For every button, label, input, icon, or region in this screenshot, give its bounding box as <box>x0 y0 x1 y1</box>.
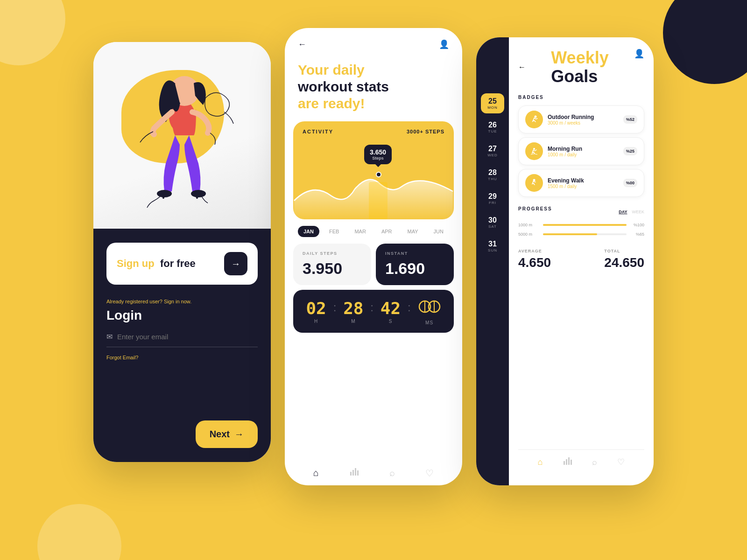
forgot-email-link[interactable]: Forgot Email? <box>106 355 258 360</box>
progress-bar-2-fill <box>543 233 597 235</box>
badge-outdoor-pct: %52 <box>623 115 637 124</box>
svg-rect-6 <box>369 182 388 219</box>
timer-m-value: 28 <box>343 299 363 318</box>
phone3-nav-home-icon[interactable]: ⌂ <box>538 457 543 467</box>
phones-wrapper: Sign up for free → Already registered us… <box>0 0 747 485</box>
phone3-inner: 25 MON 26 TUE 27 WED 28 THU 29 FRI <box>476 37 654 485</box>
phone3-nav-search-icon[interactable]: ⌕ <box>592 457 597 467</box>
month-tab-may[interactable]: MAY <box>402 226 424 237</box>
next-button[interactable]: Next → <box>196 420 258 448</box>
month-tab-apr[interactable]: APR <box>376 226 398 237</box>
activity-chart-card: ACTIVITY 3000+ STEPS 3.650 Steps <box>293 121 454 219</box>
timer-divider-2: : <box>370 301 374 314</box>
daily-steps-value: 3.950 <box>303 259 362 278</box>
goals-back-icon[interactable]: ← <box>518 63 526 71</box>
svg-rect-12 <box>352 470 354 476</box>
summary-stats: AVERAGE 4.650 TOTAL 24.650 <box>518 249 644 270</box>
badge-morning-pct: %25 <box>623 147 637 155</box>
month-tab-jun[interactable]: JUN <box>428 226 449 237</box>
email-input[interactable] <box>117 333 258 341</box>
summary-total: TOTAL 24.650 <box>604 249 644 270</box>
timer-s-value: 42 <box>381 299 401 318</box>
day-toggle[interactable]: DAY <box>619 210 627 214</box>
phone2-header: ← 👤 <box>285 28 462 54</box>
calendar-day-25[interactable]: 25 MON <box>481 93 504 113</box>
phone2-bottom-nav: ⌂ ⌕ ♡ <box>285 461 462 485</box>
tooltip-unit: Steps <box>370 156 386 161</box>
ms-icon <box>418 297 441 316</box>
svg-rect-11 <box>350 472 352 476</box>
calendar-day-26[interactable]: 26 TUE <box>481 117 504 137</box>
calendar-day-27[interactable]: 27 WED <box>481 141 504 161</box>
phone2-nav-search-icon[interactable]: ⌕ <box>389 468 395 478</box>
goals-title-yellow: Weekly <box>551 48 608 67</box>
svg-rect-4 <box>162 194 164 199</box>
timer-ms-label: MS <box>418 320 441 325</box>
badge-outdoor-name: Outdoor Running <box>548 114 619 120</box>
badge-outdoor: Outdoor Running 3000 m / weeks %52 <box>518 105 644 133</box>
timer-m-label: M <box>343 319 363 324</box>
badge-evening-info: Evening Walk 1500 m / daily <box>548 177 619 189</box>
month-tabs: JAN FEB MAR APR MAY JUN <box>285 219 462 244</box>
goals-title: Weekly Goals <box>551 49 608 85</box>
instant-label: INSTANT <box>385 251 444 256</box>
cal-num-25: 25 <box>488 97 497 105</box>
cal-label-sun: SUN <box>488 248 497 252</box>
phone2-nav-heart-icon[interactable]: ♡ <box>425 468 434 479</box>
progress-bar-1: 1000 m %100 <box>518 223 644 227</box>
phone2-back-button[interactable]: ← <box>298 40 306 49</box>
calendar-day-28[interactable]: 28 THU <box>481 165 504 185</box>
goals-profile-icon[interactable]: 👤 <box>634 49 644 59</box>
calendar-day-31[interactable]: 31 SUN <box>481 236 504 256</box>
svg-rect-19 <box>566 459 567 465</box>
phone2-nav-home-icon[interactable]: ⌂ <box>313 468 319 478</box>
badge-outdoor-info: Outdoor Running 3000 m / weeks <box>548 114 619 126</box>
signup-section: Sign up for free → <box>106 243 258 285</box>
svg-point-17 <box>533 179 536 182</box>
phone2-profile-icon[interactable]: 👤 <box>439 39 449 49</box>
signup-yellow-text: Sign up <box>117 258 155 269</box>
goals-title-dark: Goals <box>551 67 598 86</box>
timer-s-label: S <box>381 319 401 324</box>
badges-section-title: BADGES <box>518 95 644 100</box>
phone3-nav-heart-icon[interactable]: ♡ <box>617 457 625 467</box>
month-tab-mar[interactable]: MAR <box>349 226 371 237</box>
workout-title-block: Your daily workout stats are ready! <box>285 54 462 121</box>
instant-value: 1.690 <box>385 259 444 278</box>
badge-outdoor-icon <box>525 111 543 128</box>
month-tab-feb[interactable]: FEB <box>324 226 345 237</box>
progress-bar-2: 5000 m %65 <box>518 232 644 237</box>
email-icon: ✉ <box>106 332 113 341</box>
bg-decoration-bottom-left <box>37 504 121 560</box>
progress-bar-1-track <box>543 224 627 226</box>
calendar-day-30[interactable]: 30 SAT <box>481 212 504 232</box>
email-input-row[interactable]: ✉ <box>106 332 258 347</box>
cal-num-30: 30 <box>488 216 497 224</box>
timer-h-value: 02 <box>306 299 326 318</box>
workout-title-dark-1: workout stats <box>298 79 389 94</box>
total-label: TOTAL <box>604 249 644 253</box>
week-toggle[interactable]: WEEK <box>632 210 644 214</box>
badge-morning-icon <box>525 142 543 160</box>
phone2-nav-chart-icon[interactable] <box>349 467 359 479</box>
phone3-nav-chart-icon[interactable] <box>563 456 572 468</box>
timer-ms-value <box>418 297 441 319</box>
cal-label-fri: FRI <box>489 201 496 205</box>
badge-evening: Evening Walk 1500 m / daily %00 <box>518 169 644 197</box>
timer-seconds: 42 S <box>381 299 401 324</box>
cal-num-26: 26 <box>488 121 497 129</box>
signup-arrow-button[interactable]: → <box>224 252 247 275</box>
activity-chart-svg <box>293 163 454 219</box>
cal-label-sat: SAT <box>488 224 497 229</box>
walk-icon <box>529 178 539 188</box>
progress-bar-1-pct: %100 <box>630 223 644 227</box>
svg-rect-21 <box>571 460 572 465</box>
cal-num-28: 28 <box>488 168 497 177</box>
stats-row: DAILY STEPS 3.950 INSTANT 1.690 <box>293 244 454 285</box>
summary-average: AVERAGE 4.650 <box>518 249 551 270</box>
timer-divider-1: : <box>333 301 337 314</box>
month-tab-jan[interactable]: JAN <box>298 226 319 237</box>
activity-card-header: ACTIVITY 3000+ STEPS <box>303 129 444 134</box>
badge-evening-sub: 1500 m / daily <box>548 184 619 189</box>
calendar-day-29[interactable]: 29 FRI <box>481 189 504 209</box>
